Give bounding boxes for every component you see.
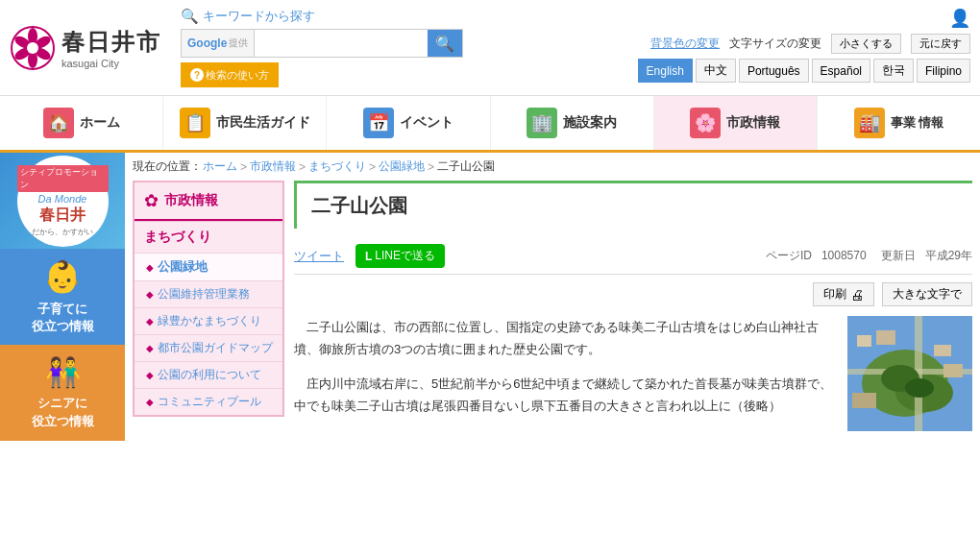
lang-filipino-button[interactable]: Filipino bbox=[917, 59, 970, 83]
logo-kanji: 春日井市 bbox=[61, 29, 161, 55]
lang-chinese-button[interactable]: 中文 bbox=[696, 59, 736, 83]
search-how-button[interactable]: ? 検索の使い方 bbox=[181, 62, 279, 87]
senior-icon: 👫 bbox=[45, 355, 81, 389]
sub-nav-midori-link[interactable]: 緑豊かなまちづくり bbox=[158, 313, 261, 329]
promo-label-badge: シティプロモーション bbox=[17, 165, 109, 192]
nav-business[interactable]: 🏭 事業 情報 bbox=[818, 96, 980, 150]
child-icon: 👶 bbox=[43, 258, 82, 295]
nav-home[interactable]: 🏠 ホーム bbox=[0, 96, 163, 150]
breadcrumb-koen[interactable]: 公園緑地 bbox=[379, 158, 425, 175]
print-button[interactable]: 印刷 🖨 bbox=[813, 282, 874, 306]
person-icon-area: 👤 bbox=[949, 8, 970, 29]
search-magnify-icon: 🔍 bbox=[181, 8, 199, 25]
right-header: 👤 背景色の変更 文字サイズの変更 小さくする 元に戻す English 中文 … bbox=[638, 8, 970, 83]
sub-nav-midori: ◆ 緑豊かなまちづくり bbox=[135, 307, 282, 334]
sub-nav-koen: ◆ 公園緑地 bbox=[135, 253, 282, 280]
diamond-icon-5: ◆ bbox=[146, 370, 154, 380]
left-nav-title: 市政情報 bbox=[164, 192, 218, 209]
aerial-photo-svg bbox=[847, 316, 972, 431]
left-nav-machi-link[interactable]: まちづくり bbox=[144, 229, 273, 246]
svg-rect-14 bbox=[876, 330, 895, 345]
breadcrumb-machi[interactable]: まちづくり bbox=[308, 158, 366, 175]
child-banner-text: 子育てに役立つ情報 bbox=[32, 301, 94, 335]
sub-nav-riyou: ◆ 公園の利用について bbox=[135, 361, 282, 388]
svg-rect-15 bbox=[934, 345, 951, 356]
left-nav-title-row: ✿ 市政情報 bbox=[135, 182, 282, 219]
page-body: ✿ 市政情報 まちづくり ◆ 公園緑地 ◆ 公園維持管理業務 bbox=[133, 181, 972, 431]
tweet-link[interactable]: ツイート bbox=[294, 248, 344, 265]
article-body: 二子山公園は、市の西部に位置し、国指定の史跡である味美二子山古墳をはじめ白山神社… bbox=[294, 316, 972, 431]
bg-change-link[interactable]: 背景色の変更 bbox=[650, 36, 720, 52]
sub-nav-koen-link[interactable]: 公園緑地 bbox=[158, 258, 208, 276]
left-nav-panel: ✿ 市政情報 まちづくり ◆ 公園緑地 ◆ 公園維持管理業務 bbox=[133, 181, 284, 431]
line-button[interactable]: L LINEで送る bbox=[355, 244, 445, 268]
aerial-photo bbox=[847, 316, 972, 431]
content-area: 現在の位置： ホーム > 市政情報 > まちづくり > 公園緑地 > 二子山公園… bbox=[125, 153, 980, 441]
article-area: 二子山公園 ツイート L LINEで送る ページID 1008570 bbox=[294, 181, 972, 431]
left-sidebar: シティプロモーション Da Monde 春日井 だから、かすがい 👶 子育てに役… bbox=[0, 153, 125, 441]
promo-circle: シティプロモーション Da Monde 春日井 だから、かすがい bbox=[17, 156, 109, 247]
search-button[interactable]: 🔍 bbox=[428, 30, 462, 57]
breadcrumb-home[interactable]: ホーム bbox=[203, 158, 237, 175]
breadcrumb-sep2: > bbox=[299, 160, 306, 174]
breadcrumb-sep4: > bbox=[428, 160, 434, 174]
sub-nav-guidemap-link[interactable]: 都市公園ガイドマップ bbox=[158, 340, 273, 356]
nav-business-label: 事業 情報 bbox=[891, 114, 944, 132]
lang-korean-button[interactable]: 한국 bbox=[873, 59, 914, 83]
promo-city-text: 春日井 bbox=[39, 206, 86, 226]
updated-label: 更新日 平成29年 bbox=[881, 248, 972, 264]
lang-english-button[interactable]: English bbox=[638, 59, 693, 83]
header: 春日井市 kasugai City 🔍 キーワードから探す Google 提供 … bbox=[0, 0, 980, 96]
promo-banner[interactable]: シティプロモーション Da Monde 春日井 だから、かすがい bbox=[0, 153, 125, 249]
breadcrumb-sep3: > bbox=[369, 160, 376, 174]
sub-nav-community: ◆ コミュニティプール bbox=[135, 388, 282, 415]
diamond-icon-2: ◆ bbox=[146, 289, 154, 300]
sub-nav-kanri-link[interactable]: 公園維持管理業務 bbox=[158, 286, 250, 303]
event-nav-icon: 📅 bbox=[363, 108, 394, 138]
city-nav-icon: 🌸 bbox=[690, 108, 721, 138]
svg-point-7 bbox=[27, 42, 38, 54]
senior-banner[interactable]: 👫 シニアに役立つ情報 bbox=[0, 345, 125, 441]
svg-point-19 bbox=[905, 378, 934, 398]
line-label: LINEで送る bbox=[375, 248, 435, 264]
nav-guide[interactable]: 📋 市民生活ガイド bbox=[163, 96, 327, 150]
logo-roman: kasugai City bbox=[61, 58, 161, 69]
child-banner[interactable]: 👶 子育てに役立つ情報 bbox=[0, 249, 125, 345]
diamond-icon-1: ◆ bbox=[146, 262, 154, 273]
updated-date: 平成29年 bbox=[925, 249, 972, 262]
search-how-label: 検索の使い方 bbox=[206, 68, 269, 83]
search-label-text: キーワードから探す bbox=[203, 8, 315, 25]
nav-event[interactable]: 📅 イベント bbox=[327, 96, 490, 150]
page-id-label: ページID 1008570 bbox=[766, 248, 867, 264]
lang-portuguese-button[interactable]: Português bbox=[739, 59, 809, 83]
sub-nav-kanri: ◆ 公園維持管理業務 bbox=[135, 280, 282, 307]
nav-guide-label: 市民生活ガイド bbox=[216, 114, 310, 132]
main-nav: 🏠 ホーム 📋 市民生活ガイド 📅 イベント 🏢 施設案内 🌸 市政情報 🏭 事 bbox=[0, 96, 980, 153]
left-nav-section: ✿ 市政情報 まちづくり ◆ 公園緑地 ◆ 公園維持管理業務 bbox=[133, 181, 284, 417]
left-nav-main-link-row: まちづくり bbox=[135, 221, 282, 253]
search-input[interactable] bbox=[255, 30, 428, 57]
page-id-value: 1008570 bbox=[821, 249, 867, 262]
business-nav-icon: 🏭 bbox=[854, 108, 885, 138]
breadcrumb-prefix: 現在の位置： bbox=[133, 158, 202, 175]
facility-nav-icon: 🏢 bbox=[527, 108, 557, 138]
lang-spanish-button[interactable]: Español bbox=[812, 59, 870, 83]
font-small-button[interactable]: 小さくする bbox=[831, 34, 901, 54]
google-text: Google bbox=[187, 36, 227, 50]
nav-city-info[interactable]: 🌸 市政情報 bbox=[654, 96, 818, 150]
sub-nav-community-link[interactable]: コミュニティプール bbox=[158, 394, 261, 410]
breadcrumb: 現在の位置： ホーム > 市政情報 > まちづくり > 公園緑地 > 二子山公園 bbox=[133, 153, 972, 181]
nav-home-label: ホーム bbox=[80, 114, 120, 132]
nav-flower-icon: ✿ bbox=[144, 190, 159, 211]
large-font-button[interactable]: 大きな文字で bbox=[882, 282, 972, 306]
breadcrumb-sep1: > bbox=[240, 160, 247, 174]
article-paragraph-1: 二子山公園は、市の西部に位置し、国指定の史跡である味美二子山古墳をはじめ白山神社… bbox=[294, 316, 838, 361]
search-area: 🔍 キーワードから探す Google 提供 🔍 ? 検索の使い方 bbox=[181, 8, 463, 87]
logo-flower-icon bbox=[10, 25, 56, 71]
breadcrumb-shisei[interactable]: 市政情報 bbox=[250, 158, 296, 175]
print-label: 印刷 bbox=[823, 286, 846, 303]
font-reset-button[interactable]: 元に戻す bbox=[911, 34, 970, 54]
sub-nav-riyou-link[interactable]: 公園の利用について bbox=[158, 367, 261, 383]
nav-facility[interactable]: 🏢 施設案内 bbox=[491, 96, 654, 150]
svg-rect-17 bbox=[852, 393, 876, 408]
